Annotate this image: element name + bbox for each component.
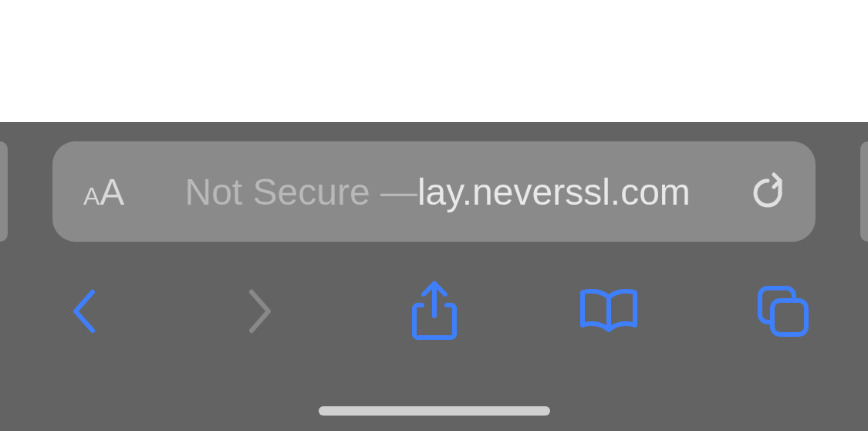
address-bar-row: AA Not Secure — lay.neverssl.com [0, 141, 868, 242]
chevron-right-icon [244, 284, 275, 338]
address-text[interactable]: Not Secure — lay.neverssl.com [140, 171, 735, 213]
share-icon [410, 280, 459, 342]
browser-chrome: AA Not Secure — lay.neverssl.com [0, 122, 868, 431]
text-size-large-a: A [100, 171, 124, 213]
tabs-icon [755, 283, 811, 339]
security-status: Not Secure — [185, 171, 417, 213]
url-domain: lay.neverssl.com [417, 171, 691, 213]
share-button[interactable] [404, 280, 465, 342]
chevron-left-icon [69, 284, 100, 338]
page-content [0, 0, 868, 122]
home-indicator[interactable] [319, 406, 550, 416]
tabs-button[interactable] [752, 280, 814, 342]
forward-button[interactable] [228, 280, 290, 342]
svg-rect-1 [772, 300, 806, 334]
next-tab-edge[interactable] [860, 141, 868, 242]
text-size-button[interactable]: AA [83, 171, 124, 213]
prev-tab-edge[interactable] [0, 141, 8, 242]
address-bar[interactable]: AA Not Secure — lay.neverssl.com [52, 141, 816, 242]
reload-button[interactable] [751, 171, 785, 212]
text-size-small-a: A [83, 182, 100, 211]
reload-icon [751, 171, 785, 212]
back-button[interactable] [54, 280, 116, 342]
bottom-toolbar [0, 273, 868, 350]
book-icon [578, 287, 640, 336]
bookmarks-button[interactable] [578, 280, 640, 342]
